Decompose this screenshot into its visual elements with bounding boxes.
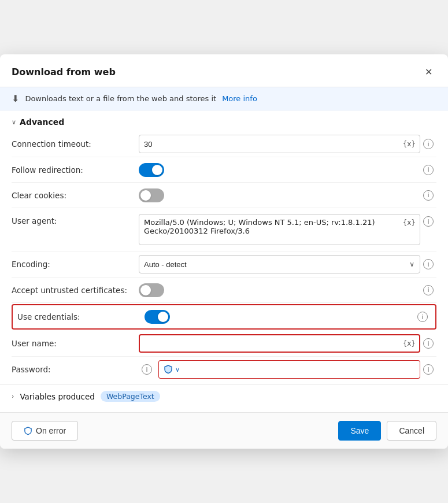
download-icon: ⬇ — [12, 93, 19, 104]
footer: On error Save Cancel — [0, 412, 448, 449]
user-agent-info-icon[interactable]: i — [423, 216, 434, 227]
connection-timeout-label: Connection timeout: — [12, 139, 139, 149]
encoding-info[interactable]: i — [420, 259, 436, 269]
cancel-label: Cancel — [399, 426, 424, 435]
encoding-info-icon[interactable]: i — [423, 259, 434, 269]
connection-timeout-info-icon[interactable]: i — [423, 139, 434, 149]
advanced-section-label: Advanced — [20, 117, 64, 127]
toggle-track[interactable] — [139, 188, 164, 202]
user-name-label: User name: — [12, 339, 139, 348]
toggle-track[interactable] — [145, 310, 170, 324]
password-label: Password: — [12, 365, 139, 374]
accept-untrusted-info[interactable]: i — [420, 285, 436, 295]
toggle-track[interactable] — [139, 283, 164, 297]
password-chevron-icon: ∨ — [175, 366, 180, 373]
on-error-button[interactable]: On error — [12, 421, 78, 441]
use-credentials-row: Use credentials: i — [12, 304, 436, 330]
follow-redirection-info-icon[interactable]: i — [423, 165, 434, 175]
more-info-link[interactable]: More info — [222, 94, 257, 103]
use-credentials-label: Use credentials: — [17, 312, 145, 321]
close-button[interactable]: ✕ — [420, 64, 436, 80]
user-name-row: User name: {x} i — [12, 331, 436, 357]
password-selector-button[interactable]: ∨ — [158, 360, 184, 379]
password-control: ∨ — [158, 360, 420, 379]
variables-chevron-icon[interactable]: › — [12, 393, 14, 400]
user-name-info[interactable]: i — [420, 338, 436, 349]
dialog-title: Download from web — [12, 66, 116, 77]
encoding-select[interactable]: Auto - detect UTF-8 ASCII ISO-8859-1 — [139, 255, 420, 273]
accept-untrusted-label: Accept untrusted certificates: — [12, 286, 139, 295]
user-agent-control: Mozilla/5.0 (Windows; U; Windows NT 5.1;… — [139, 214, 420, 245]
use-credentials-control — [145, 310, 414, 324]
variable-badge: WebPageText — [101, 391, 160, 402]
advanced-section-header[interactable]: ∨ Advanced — [0, 110, 448, 131]
encoding-label: Encoding: — [12, 260, 139, 269]
user-agent-info[interactable]: i — [420, 214, 436, 227]
save-label: Save — [350, 426, 369, 435]
follow-redirection-label: Follow redirection: — [12, 165, 139, 175]
title-bar: Download from web ✕ — [0, 54, 448, 87]
user-name-input-wrapper: {x} — [139, 334, 420, 353]
advanced-chevron-icon: ∨ — [12, 119, 16, 126]
user-agent-input-wrapper: Mozilla/5.0 (Windows; U; Windows NT 5.1;… — [139, 214, 420, 245]
password-info[interactable]: i — [420, 364, 436, 375]
connection-timeout-control: {x} — [139, 135, 420, 153]
use-credentials-info[interactable]: i — [414, 312, 431, 322]
toggle-thumb — [158, 312, 168, 322]
on-error-label: On error — [36, 426, 66, 435]
accept-untrusted-info-icon[interactable]: i — [423, 285, 434, 295]
user-agent-row: User agent: Mozilla/5.0 (Windows; U; Win… — [12, 208, 436, 252]
encoding-row: Encoding: Auto - detect UTF-8 ASCII ISO-… — [12, 252, 436, 278]
clear-cookies-info[interactable]: i — [420, 190, 436, 201]
user-agent-label: User agent: — [12, 214, 139, 225]
info-banner: ⬇ Downloads text or a file from the web … — [0, 87, 448, 110]
accept-untrusted-row: Accept untrusted certificates: i — [12, 278, 436, 303]
clear-cookies-info-icon[interactable]: i — [423, 190, 434, 201]
cancel-button[interactable]: Cancel — [387, 421, 436, 441]
user-name-control: {x} — [139, 334, 420, 353]
follow-redirection-row: Follow redirection: i — [12, 157, 436, 183]
variables-section: › Variables produced WebPageText — [0, 384, 448, 408]
password-group: ∨ — [158, 360, 420, 379]
variables-label: Variables produced — [20, 392, 95, 401]
form-rows: Connection timeout: {x} i Follow redirec… — [0, 131, 448, 382]
toggle-thumb — [152, 165, 162, 175]
connection-timeout-info[interactable]: i — [420, 139, 436, 149]
follow-redirection-info[interactable]: i — [420, 165, 436, 175]
follow-redirection-toggle[interactable] — [139, 163, 164, 177]
footer-left: On error — [12, 421, 332, 441]
clear-cookies-control — [139, 188, 420, 202]
connection-timeout-input-wrapper: {x} — [139, 135, 420, 153]
dialog: Download from web ✕ ⬇ Downloads text or … — [0, 54, 448, 449]
encoding-select-wrapper: Auto - detect UTF-8 ASCII ISO-8859-1 ∨ — [139, 255, 420, 273]
clear-cookies-toggle[interactable] — [139, 188, 164, 202]
follow-redirection-control — [139, 163, 420, 177]
save-button[interactable]: Save — [338, 421, 381, 441]
scroll-area: ∨ Advanced Connection timeout: {x} i — [0, 110, 448, 412]
encoding-control: Auto - detect UTF-8 ASCII ISO-8859-1 ∨ — [139, 255, 420, 273]
use-credentials-info-icon[interactable]: i — [417, 312, 428, 322]
shield-icon — [164, 365, 173, 374]
user-name-info-icon[interactable]: i — [423, 338, 434, 349]
use-credentials-toggle[interactable] — [145, 310, 170, 324]
password-row: Password: i ∨ — [12, 357, 436, 382]
toggle-thumb — [140, 190, 151, 201]
connection-timeout-row: Connection timeout: {x} i — [12, 131, 436, 157]
shield-outline-icon — [24, 427, 32, 435]
connection-timeout-input[interactable] — [139, 135, 420, 153]
password-info-icon[interactable]: i — [423, 364, 434, 375]
clear-cookies-label: Clear cookies: — [12, 191, 139, 200]
toggle-track[interactable] — [139, 163, 164, 177]
accept-untrusted-toggle[interactable] — [139, 283, 164, 297]
password-label-info-icon[interactable]: i — [142, 364, 152, 375]
password-input[interactable] — [184, 360, 420, 379]
clear-cookies-row: Clear cookies: i — [12, 183, 436, 208]
toggle-thumb — [140, 285, 151, 295]
user-name-input[interactable] — [139, 334, 420, 353]
info-banner-text: Downloads text or a file from the web an… — [25, 94, 216, 103]
password-label-info[interactable]: i — [139, 364, 155, 375]
user-agent-input[interactable]: Mozilla/5.0 (Windows; U; Windows NT 5.1;… — [139, 214, 420, 245]
accept-untrusted-control — [139, 283, 420, 297]
